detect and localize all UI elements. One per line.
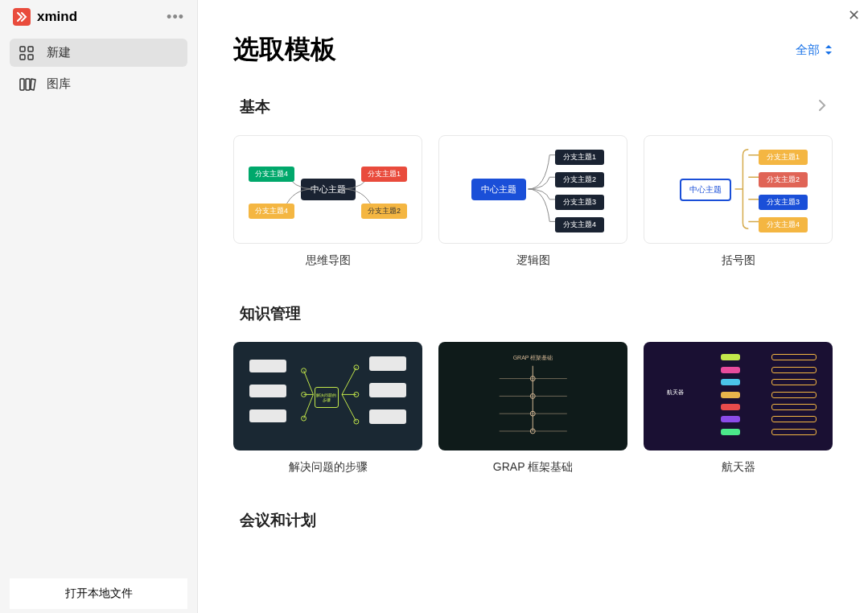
branch-node: 分支主题4 [249,204,294,219]
branch-node: 分支主题4 [555,217,604,232]
svg-point-15 [530,429,535,434]
section-header: 知识管理 [233,303,833,324]
svg-point-13 [530,394,535,399]
sidebar-nav: 新建 图库 [0,34,197,103]
svg-rect-3 [28,55,33,60]
branch-node: 分支主题1 [759,150,808,165]
template-spacecraft[interactable]: 航天器 [644,342,833,475]
branch-node: 分支主题1 [555,150,604,165]
svg-point-11 [354,419,359,424]
center-node: 航天器 [667,389,684,397]
svg-point-7 [301,393,306,397]
svg-point-6 [301,368,306,373]
gallery-icon [19,78,37,91]
section-knowledge: 知识管理 解决问题的步骤 解决问题的步骤 [233,303,833,475]
template-preview: 分支主题4 分支主题4 分支主题1 分支主题2 中心主题 [233,135,422,244]
template-caption: 航天器 [644,460,833,475]
app-logo: xmind [13,8,77,26]
svg-point-8 [301,416,306,421]
center-node: 中心主题 [301,179,356,200]
template-preview: 航天器 [644,342,833,450]
template-caption: 括号图 [644,253,833,268]
svg-rect-1 [28,47,33,51]
section-meeting: 会议和计划 [233,510,833,531]
section-title: 知识管理 [240,303,301,324]
template-caption: 逻辑图 [438,253,627,268]
branch-node: 分支主题4 [759,217,808,232]
template-preview: 解决问题的步骤 [233,342,422,450]
svg-point-9 [354,365,359,370]
template-logic[interactable]: 中心主题 分支主题1 分支主题2 分支主题3 分支主题4 逻辑图 [438,135,627,268]
center-node: 中心主题 [471,179,526,200]
section-title: 会议和计划 [240,510,316,531]
svg-rect-5 [26,79,30,90]
filter-label: 全部 [796,43,820,58]
sidebar: xmind ••• 新建 图库 打开本地文件 [0,0,198,613]
open-local-file-button[interactable]: 打开本地文件 [10,578,187,609]
main-content: ✕ 选取模板 全部 基本 分支主题4 分支主题4 分支主题1 [198,0,868,613]
template-mindmap[interactable]: 分支主题4 分支主题4 分支主题1 分支主题2 中心主题 思维导图 [233,135,422,268]
template-preview: 中心主题 分支主题1 分支主题2 分支主题3 分支主题4 [644,135,833,244]
svg-point-10 [354,393,359,397]
branch-node: 分支主题3 [759,195,808,210]
section-header: 基本 [233,97,833,117]
template-bracket[interactable]: 中心主题 分支主题1 分支主题2 分支主题3 分支主题4 括号图 [644,135,833,268]
close-icon[interactable]: ✕ [848,6,860,24]
sidebar-item-gallery[interactable]: 图库 [10,70,187,98]
section-basic: 基本 分支主题4 分支主题4 分支主题1 分支主题2 中心主题 思维导图 [233,97,833,268]
templates-grid: 分支主题4 分支主题4 分支主题1 分支主题2 中心主题 思维导图 中心主题 分… [233,135,833,268]
template-preview: GRAP 框架基础 [438,342,627,450]
svg-point-12 [530,376,535,381]
template-problem-solving[interactable]: 解决问题的步骤 解决问题的步骤 [233,342,422,475]
sidebar-item-new[interactable]: 新建 [10,39,187,67]
branch-node: 分支主题2 [555,172,604,187]
inner-title: GRAP 框架基础 [513,354,553,362]
sidebar-item-label: 新建 [47,45,71,60]
grid-icon [19,47,37,60]
template-caption: 解决问题的步骤 [233,460,422,475]
section-header: 会议和计划 [233,510,833,531]
main-header: 选取模板 全部 [233,32,833,68]
svg-rect-4 [20,79,24,90]
template-preview: 中心主题 分支主题1 分支主题2 分支主题3 分支主题4 [438,135,627,244]
chevron-right-icon[interactable] [818,99,826,116]
svg-rect-0 [20,47,25,51]
sidebar-header: xmind ••• [0,0,197,34]
template-grap[interactable]: GRAP 框架基础 GRAP 框架基础 [438,342,627,475]
more-icon[interactable]: ••• [167,9,184,26]
page-title: 选取模板 [233,32,336,68]
templates-grid: 解决问题的步骤 解决问题的步骤 GRAP 框架基础 [233,342,833,475]
template-caption: GRAP 框架基础 [438,460,627,475]
center-node: 中心主题 [680,179,731,201]
branch-node: 分支主题2 [361,204,407,219]
sidebar-item-label: 图库 [47,76,71,92]
center-node: 解决问题的步骤 [315,387,339,408]
section-title: 基本 [240,97,270,117]
branch-node: 分支主题2 [759,172,808,187]
app-name: xmind [37,9,77,25]
template-caption: 思维导图 [233,253,422,268]
sort-icon [825,43,833,57]
branch-node: 分支主题1 [361,167,407,182]
filter-button[interactable]: 全部 [796,43,833,58]
svg-rect-2 [20,55,25,60]
branch-node: 分支主题3 [555,195,604,210]
svg-point-14 [530,411,535,416]
branch-node: 分支主题4 [249,167,294,182]
xmind-logo-icon [13,8,31,26]
